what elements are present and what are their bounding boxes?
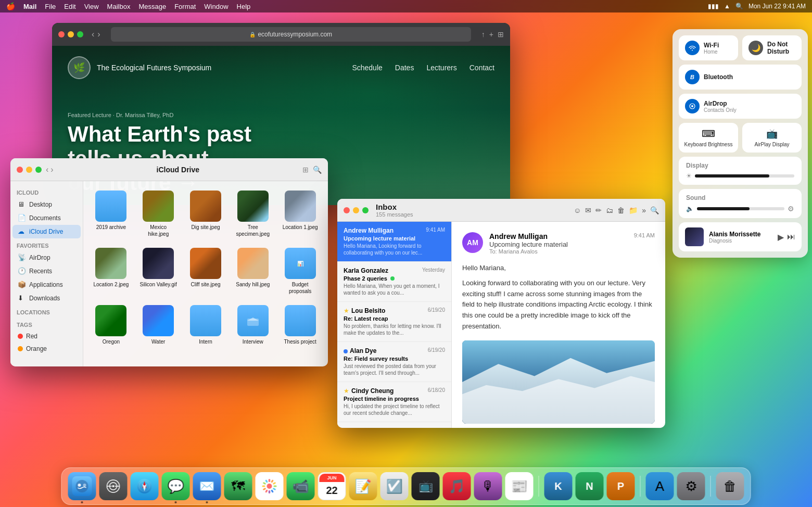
- dock-maps[interactable]: 🗺: [224, 472, 252, 500]
- site-nav-lecturers[interactable]: Lecturers: [426, 64, 456, 72]
- dock-photos[interactable]: [256, 472, 284, 500]
- file-item-interview[interactable]: Interview: [231, 302, 274, 348]
- dock-trash[interactable]: 🗑: [716, 472, 744, 500]
- file-item-silicon[interactable]: Silicon Valley.gif: [137, 245, 180, 298]
- finder-minimize-button[interactable]: [26, 167, 32, 173]
- dock-notes[interactable]: 📝: [349, 472, 377, 500]
- file-item-mexico[interactable]: Mexico hike.jpeg: [137, 187, 180, 240]
- apple-menu[interactable]: 🍎: [6, 2, 15, 10]
- mail-folder-icon[interactable]: 📁: [629, 206, 638, 214]
- finder-forward-button[interactable]: ›: [50, 165, 53, 174]
- menu-edit[interactable]: Edit: [64, 3, 75, 10]
- mail-fullscreen-button[interactable]: [362, 207, 369, 213]
- menu-app-name[interactable]: Mail: [23, 3, 36, 10]
- cc-music-widget[interactable]: Alanis Morissette Diagnosis ▶ ⏭: [679, 222, 802, 251]
- sidebar-item-documents[interactable]: 📄 Documents: [12, 211, 81, 225]
- mail-item-karla[interactable]: Karla Gonzalez Yesterday Phase 2 queries…: [337, 262, 451, 302]
- file-item-cliff[interactable]: Cliff site.jpeg: [184, 245, 227, 298]
- mail-close-button[interactable]: [344, 207, 350, 213]
- sidebar-tag-orange[interactable]: Orange: [12, 343, 81, 355]
- browser-forward-button[interactable]: ›: [97, 30, 100, 39]
- cc-airdrop-tile[interactable]: AirDrop Contacts Only: [679, 94, 802, 119]
- dock-music[interactable]: 🎵: [443, 472, 471, 500]
- cc-wifi-tile[interactable]: Wi-Fi Home: [679, 35, 738, 60]
- finder-fullscreen-button[interactable]: [35, 167, 42, 173]
- music-play-button[interactable]: ▶: [778, 232, 784, 242]
- dock-calendar[interactable]: JUN 22: [318, 472, 346, 500]
- finder-search-button[interactable]: 🔍: [313, 166, 322, 174]
- dock-appletv[interactable]: 📺: [412, 472, 440, 500]
- dock-podcasts[interactable]: 🎙: [474, 472, 502, 500]
- site-nav-contact[interactable]: Contact: [470, 64, 494, 72]
- browser-minimize-button[interactable]: [68, 31, 74, 37]
- browser-fullscreen-button[interactable]: [77, 31, 83, 37]
- music-next-button[interactable]: ⏭: [787, 232, 795, 242]
- sidebar-item-recents[interactable]: 🕐 Recents: [12, 264, 81, 278]
- volume-slider[interactable]: [697, 207, 784, 210]
- mail-item-alan[interactable]: Alan Dye 6/19/20 Re: Field survey result…: [337, 342, 451, 382]
- sound-max-icon[interactable]: ⚙: [788, 205, 794, 213]
- mail-minimize-button[interactable]: [353, 207, 359, 213]
- mail-search-icon[interactable]: 🔍: [650, 206, 659, 214]
- dock-launchpad[interactable]: [99, 472, 128, 500]
- mail-item-andrew[interactable]: Andrew Mulligan 9:41 AM Upcoming lecture…: [337, 222, 451, 262]
- browser-url-bar[interactable]: 🔒 ecofuturessymposium.com: [111, 27, 471, 42]
- menu-message[interactable]: Message: [138, 3, 166, 10]
- file-item-2019archive[interactable]: 2019 archive: [90, 187, 133, 240]
- dock-finder[interactable]: [68, 472, 96, 500]
- cc-keyboard-tile[interactable]: ⌨ Keyboard Brightness: [679, 123, 738, 153]
- cc-bluetooth-tile[interactable]: B Bluetooth: [679, 65, 802, 90]
- menu-window[interactable]: Window: [204, 3, 228, 10]
- browser-sidebar-icon[interactable]: ⊞: [498, 30, 504, 39]
- browser-close-button[interactable]: [58, 31, 65, 37]
- file-item-budget[interactable]: 📊 Budget proposals: [278, 245, 322, 298]
- brightness-slider[interactable]: [695, 174, 794, 178]
- cc-airplay-tile[interactable]: 📺 AirPlay Display: [742, 123, 802, 153]
- dock-keynote[interactable]: K: [544, 472, 573, 500]
- file-item-thesis[interactable]: Thesis project: [278, 302, 322, 348]
- dock-numbers[interactable]: N: [576, 472, 604, 500]
- dock-appstore[interactable]: A: [646, 472, 674, 500]
- site-nav-dates[interactable]: Dates: [395, 64, 414, 72]
- file-item-tree[interactable]: Tree specimen.jpeg: [231, 187, 274, 240]
- dock-safari[interactable]: [131, 472, 159, 500]
- menubar-search-icon[interactable]: 🔍: [735, 3, 743, 10]
- menu-format[interactable]: Format: [174, 3, 196, 10]
- sidebar-item-desktop[interactable]: 🖥 Desktop: [12, 198, 81, 211]
- file-item-loc1[interactable]: Location 1.jpeg: [278, 187, 322, 240]
- sidebar-item-applications[interactable]: 📦 Applications: [12, 278, 81, 291]
- mail-more-icon[interactable]: »: [642, 206, 646, 214]
- mail-compose-icon[interactable]: ☺: [574, 206, 581, 214]
- browser-back-button[interactable]: ‹: [92, 30, 94, 39]
- sidebar-item-downloads[interactable]: ⬇ Downloads: [12, 291, 81, 305]
- finder-close-button[interactable]: [17, 167, 23, 173]
- mail-item-lou[interactable]: ★ Lou Belsito 6/19/20 Re: Latest recap N…: [337, 302, 451, 342]
- file-item-intern[interactable]: Intern: [184, 302, 227, 348]
- sidebar-tag-red[interactable]: Red: [12, 330, 81, 343]
- browser-share-icon[interactable]: ↑: [481, 30, 485, 39]
- file-item-water[interactable]: Water: [137, 302, 180, 348]
- sidebar-item-icloud-drive[interactable]: ☁ iCloud Drive: [12, 225, 81, 238]
- finder-view-toggle[interactable]: ⊞: [302, 166, 309, 174]
- menu-mailbox[interactable]: Mailbox: [107, 3, 131, 10]
- site-nav-schedule[interactable]: Schedule: [352, 64, 382, 72]
- cc-dnd-tile[interactable]: 🌙 Do Not Disturb: [742, 35, 802, 60]
- mail-reply-icon[interactable]: ✏: [595, 206, 602, 214]
- menu-help[interactable]: Help: [237, 3, 251, 10]
- file-item-sandy[interactable]: Sandy hill.jpeg: [231, 245, 274, 298]
- menu-view[interactable]: View: [84, 3, 99, 10]
- dock-reminders[interactable]: ☑️: [380, 472, 409, 500]
- dock-facetime[interactable]: 📹: [287, 472, 315, 500]
- file-item-oregon[interactable]: Oregon: [90, 302, 133, 348]
- menubar-wifi-icon[interactable]: ▲: [724, 3, 730, 10]
- mail-archive-icon[interactable]: 🗑: [617, 206, 625, 214]
- dock-news[interactable]: 📰: [505, 472, 534, 500]
- browser-add-tab-icon[interactable]: +: [489, 30, 493, 39]
- dock-sysprefs[interactable]: ⚙: [677, 472, 705, 500]
- mail-delete-icon[interactable]: 🗂: [606, 206, 613, 214]
- dock-pages[interactable]: P: [607, 472, 635, 500]
- mail-send-icon[interactable]: ✉: [585, 206, 591, 214]
- dock-mail[interactable]: ✉️: [193, 472, 221, 500]
- finder-back-button[interactable]: ‹: [46, 165, 48, 174]
- sidebar-item-airdrop[interactable]: 📡 AirDrop: [12, 251, 81, 264]
